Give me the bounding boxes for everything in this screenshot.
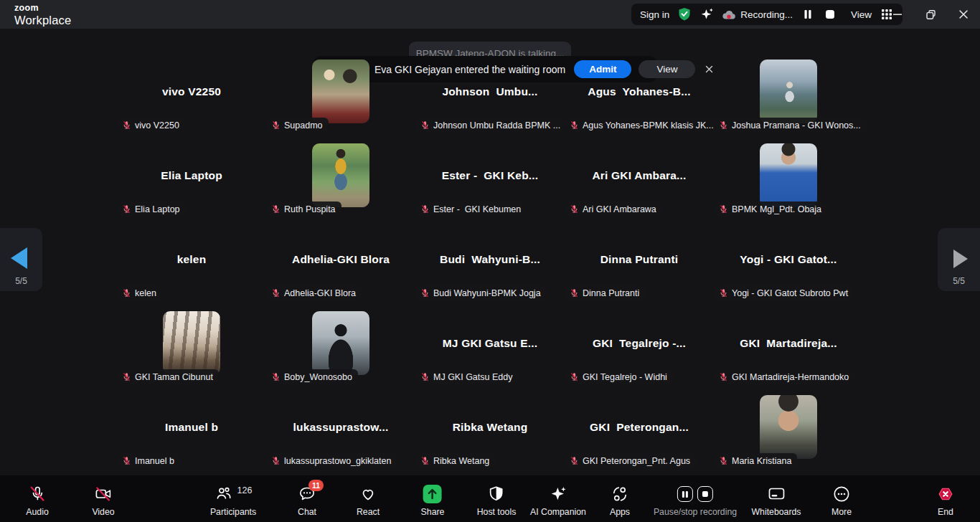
participant-label: Joshua Pramana - GKI Wonos... [715, 118, 867, 133]
participant-tile[interactable]: Boby_Wonosobo [266, 299, 415, 383]
next-page-button[interactable]: 5/5 [938, 228, 980, 291]
participant-label-text: vivo V2250 [135, 120, 179, 130]
ai-companion-button[interactable]: AI Companion [530, 485, 586, 517]
close-icon [958, 9, 969, 19]
whiteboards-button[interactable]: Whiteboards [751, 485, 801, 517]
minimize-button[interactable] [881, 0, 914, 29]
participant-label-text: Ester - GKI Kebumen [433, 204, 521, 214]
prev-page-icon [11, 247, 27, 269]
participant-tile[interactable]: lukassuprastow... lukassuprastowo_gkikla… [266, 383, 415, 467]
participant-display-name: Johnson Umbu... [442, 85, 537, 98]
pause-recording-icon[interactable] [801, 7, 815, 22]
participant-tile[interactable]: Johnson Umbu... Johnson Umbu Radda BPMK … [415, 47, 565, 131]
participant-label-text: MJ GKI Gatsu Eddy [433, 372, 512, 382]
participant-label-text: Ruth Puspita [284, 204, 336, 214]
participants-label: Participants [210, 507, 256, 517]
more-button[interactable]: More [831, 485, 852, 517]
participant-label: Dinna Putranti [566, 285, 645, 300]
muted-mic-icon [271, 120, 281, 130]
muted-mic-icon [420, 372, 430, 381]
participant-display-name: GKI Martadireja... [740, 337, 837, 350]
maximize-button[interactable] [914, 0, 947, 29]
close-window-button[interactable] [947, 0, 980, 29]
participant-tile[interactable]: kelen kelen [117, 215, 266, 299]
more-label: More [831, 507, 852, 517]
muted-mic-icon [719, 288, 728, 298]
chat-button[interactable]: 11 Chat [298, 485, 316, 517]
participant-label-text: Elia Laptop [135, 204, 180, 214]
apps-icon [611, 485, 629, 503]
participant-tile[interactable]: Maria Kristiana [714, 383, 863, 467]
participants-icon [215, 485, 233, 503]
whiteboards-icon [767, 485, 786, 503]
participant-video [760, 395, 817, 459]
participant-tile[interactable]: Joshua Pramana - GKI Wonos... [714, 47, 863, 131]
end-meeting-button[interactable]: End [936, 485, 955, 517]
host-tools-button[interactable]: Host tools [477, 485, 517, 517]
participant-label: GKI Taman Cibunut [118, 369, 219, 384]
participant-display-name: MJ GKI Gatsu E... [443, 337, 538, 350]
participant-label-text: Maria Kristiana [732, 456, 791, 466]
pause-icon [682, 491, 684, 498]
recording-label: Recording... [740, 9, 793, 20]
participant-tile[interactable]: GKI Martadireja... GKI Martadireja-Herma… [714, 299, 863, 383]
audio-button[interactable]: Audio [26, 485, 48, 517]
share-button[interactable]: Share [421, 485, 445, 517]
participant-tile[interactable]: GKI Taman Cibunut [117, 299, 266, 383]
participants-button[interactable]: 126 Participants [210, 485, 256, 517]
participant-video [760, 60, 817, 123]
apps-label: Apps [610, 507, 630, 517]
participant-tile[interactable]: GKI Tegalrejo -... GKI Tegalrejo - Widhi [565, 299, 714, 383]
participant-label-text: Imanuel b [135, 456, 174, 466]
participant-tile[interactable]: Budi Wahyuni-B... Budi Wahyuni-BPMK Jogj… [415, 215, 565, 299]
participant-tile[interactable]: Yogi - GKI Gatot... Yogi - GKI Gatot Sub… [714, 215, 863, 299]
participant-tile[interactable]: Ari GKI Ambara... Ari GKI Ambarawa [565, 131, 714, 215]
participant-tile[interactable]: Elia Laptop Elia Laptop [117, 131, 266, 215]
participant-label-text: Budi Wahyuni-BPMK Jogja [433, 288, 541, 298]
recording-controls-label: Pause/stop recording [654, 507, 737, 517]
view-button[interactable]: View [851, 9, 872, 20]
participant-tile[interactable]: vivo V2250 vivo V2250 [117, 47, 266, 131]
react-label: React [357, 507, 380, 517]
participant-tile[interactable]: GKI Peterongan... GKI Peterongan_Pnt. Ag… [565, 383, 714, 467]
muted-mic-icon [719, 456, 728, 465]
apps-button[interactable]: Apps [610, 485, 630, 517]
participant-tile[interactable]: MJ GKI Gatsu E... MJ GKI Gatsu Eddy [415, 299, 565, 383]
participant-video [312, 311, 369, 375]
muted-mic-icon [570, 204, 579, 214]
participant-label: Budi Wahyuni-BPMK Jogja [417, 285, 547, 300]
participant-tile[interactable]: Dinna Putranti Dinna Putranti [565, 215, 714, 299]
host-tools-label: Host tools [477, 507, 517, 517]
participant-tile[interactable]: Agus Yohanes-B... Agus Yohanes-BPMK klas… [565, 47, 714, 131]
shield-check-icon[interactable] [677, 7, 692, 22]
muted-mic-icon [271, 456, 281, 465]
react-button[interactable]: React [357, 485, 380, 517]
ai-sparkle-icon[interactable] [699, 7, 714, 22]
participant-tile[interactable]: Ruth Puspita [266, 131, 415, 215]
participant-label-text: Adhelia-GKI Blora [284, 288, 356, 298]
muted-mic-icon [570, 120, 579, 130]
participant-label-text: Agus Yohanes-BPMK klasis JK... [583, 120, 714, 130]
participant-tile[interactable]: Imanuel b Imanuel b [117, 383, 266, 467]
ai-companion-icon [549, 485, 567, 503]
sign-in-button[interactable]: Sign in [640, 9, 669, 20]
muted-camera-icon [94, 485, 113, 503]
video-button[interactable]: Video [92, 485, 114, 517]
participant-tile[interactable]: Supadmo [266, 47, 415, 131]
muted-mic-icon [570, 456, 579, 465]
participant-display-name: Ari GKI Ambara... [592, 169, 686, 182]
participant-label: GKI Peterongan_Pnt. Agus [566, 453, 696, 468]
participant-label-text: Dinna Putranti [583, 288, 639, 298]
participant-tile[interactable]: Ribka Wetang Ribka Wetang [415, 383, 565, 467]
pause-recording-button[interactable] [677, 486, 693, 502]
participant-label: kelen [118, 285, 162, 300]
page-indicator: 5/5 [938, 276, 980, 286]
participant-display-name: Imanuel b [165, 421, 218, 434]
stop-recording-icon[interactable] [823, 7, 837, 22]
stop-recording-button[interactable] [697, 486, 713, 502]
participant-tile[interactable]: Adhelia-GKI Blora Adhelia-GKI Blora [266, 215, 415, 299]
participant-grid: vivo V2250 vivo V2250 Supadmo Johnson Um… [117, 47, 863, 467]
previous-page-button[interactable]: 5/5 [0, 228, 42, 291]
participant-tile[interactable]: BPMK Mgl_Pdt. Obaja [714, 131, 863, 215]
participant-tile[interactable]: Ester - GKI Keb... Ester - GKI Kebumen [415, 131, 565, 215]
